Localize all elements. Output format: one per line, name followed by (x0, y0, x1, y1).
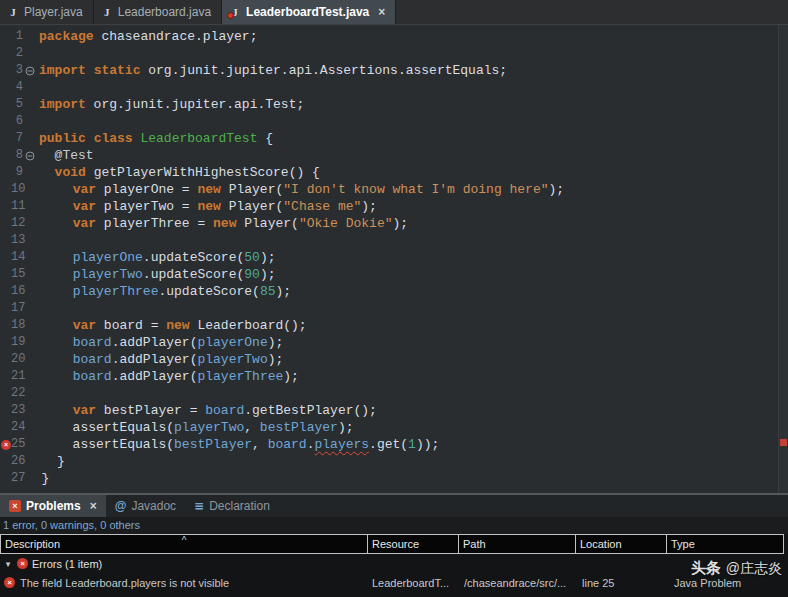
code-line-15[interactable]: 15 playerTwo.updateScore(90); (0, 266, 788, 283)
line-number: 23 (11, 402, 25, 419)
token-num: 50 (244, 250, 260, 265)
code-line-4[interactable]: 4 (0, 79, 788, 96)
java-file-icon: J (7, 6, 19, 18)
overview-ruler[interactable] (778, 25, 788, 493)
view-tab-bar: ×Problems×@Javadoc≡Declaration (0, 495, 788, 517)
token-pln (41, 318, 72, 333)
code-line-11[interactable]: 11 var playerTwo = new Player("Chase me"… (0, 198, 788, 215)
gutter-spacer (1, 117, 11, 127)
token-pln: org.junit.jupiter.api.Assertions.assertE… (140, 63, 507, 78)
code-text: playerThree.updateScore(85); (41, 283, 291, 300)
code-line-24[interactable]: 24 assertEquals(playerTwo, bestPlayer); (0, 419, 788, 436)
code-line-2[interactable]: 2 (0, 45, 788, 62)
token-pln (41, 352, 72, 367)
panel-tab-javadoc[interactable]: @Javadoc (106, 495, 185, 517)
column-header-type[interactable]: Type (666, 534, 784, 554)
code-line-14[interactable]: 14 playerOne.updateScore(50); (0, 249, 788, 266)
fold-spacer (25, 283, 39, 300)
code-line-20[interactable]: 20 board.addPlayer(playerTwo); (0, 351, 788, 368)
code-line-27[interactable]: 27} (0, 470, 788, 487)
gutter-spacer (1, 355, 11, 365)
panel-tab-problems[interactable]: ×Problems× (0, 495, 106, 517)
editor-tab-leaderboard-java[interactable]: JLeaderboard.java (94, 0, 222, 24)
code-line-10[interactable]: 10 var playerOne = new Player("I don't k… (0, 181, 788, 198)
code-line-5[interactable]: 5import org.junit.jupiter.api.Test; (0, 96, 788, 113)
code-line-22[interactable]: 22 (0, 385, 788, 402)
gutter: 3 (0, 62, 37, 79)
problem-row[interactable]: × The field Leaderboard.players is not v… (0, 573, 788, 592)
fold-spacer (25, 334, 39, 351)
line-number: 2 (11, 45, 23, 62)
code-line-6[interactable]: 6 (0, 113, 788, 130)
fold-spacer (25, 249, 39, 266)
tab-label: Declaration (209, 499, 270, 513)
chevron-down-icon[interactable]: ▾ (3, 559, 13, 569)
fold-spacer (25, 470, 39, 487)
token-var: bestPlayer (260, 420, 338, 435)
token-pln: Player( (221, 182, 283, 197)
close-icon[interactable]: × (90, 500, 97, 512)
close-icon[interactable]: × (378, 6, 385, 18)
code-text: @Test (39, 147, 94, 164)
code-line-9[interactable]: 9 void getPlayerWithHighestScore() { (0, 164, 788, 181)
error-tick-marker[interactable] (780, 439, 787, 446)
code-line-8[interactable]: 8 @Test (0, 147, 788, 164)
editor-tab-bar: JPlayer.javaJLeaderboard.javaJLeaderboar… (0, 0, 788, 25)
code-line-26[interactable]: 26 } (0, 453, 788, 470)
line-number: 9 (11, 164, 23, 181)
gutter: 19 (0, 334, 39, 351)
line-number: 4 (11, 79, 23, 96)
code-editor[interactable]: 1package chaseandrace.player;23import st… (0, 25, 788, 493)
problems-view: ×Problems×@Javadoc≡Declaration 1 error, … (0, 493, 788, 597)
token-pln: ); (268, 335, 284, 350)
code-line-18[interactable]: 18 var board = new Leaderboard(); (0, 317, 788, 334)
fold-collapse-icon[interactable] (23, 62, 37, 79)
token-kw: var (73, 318, 96, 333)
code-line-21[interactable]: 21 board.addPlayer(playerThree); (0, 368, 788, 385)
gutter-spacer (1, 270, 11, 280)
code-line-19[interactable]: 19 board.addPlayer(playerOne); (0, 334, 788, 351)
problems-group-row-errors[interactable]: ▾ × Errors (1 item) (0, 554, 788, 573)
problem-type: Java Problem (670, 577, 788, 589)
fold-spacer (25, 351, 39, 368)
token-pln: ); (393, 216, 409, 231)
panel-tab-declaration[interactable]: ≡Declaration (185, 495, 279, 517)
code-line-3[interactable]: 3import static org.junit.jupiter.api.Ass… (0, 62, 788, 79)
token-kw: var (73, 199, 96, 214)
token-pln: .updateScore( (143, 267, 244, 282)
gutter-spacer (1, 287, 11, 297)
column-header-description[interactable]: Description^ (0, 534, 368, 554)
java-file-icon: J (229, 6, 241, 18)
code-text: void getPlayerWithHighestScore() { (39, 164, 320, 181)
code-line-25[interactable]: ×25 assertEquals(bestPlayer, board.playe… (0, 436, 788, 453)
token-kw: new (213, 216, 236, 231)
token-pln: } (41, 454, 64, 469)
editor-tab-player-java[interactable]: JPlayer.java (0, 0, 94, 24)
error-marker-icon: × (1, 440, 11, 450)
code-line-16[interactable]: 16 playerThree.updateScore(85); (0, 283, 788, 300)
code-line-23[interactable]: 23 var bestPlayer = board.getBestPlayer(… (0, 402, 788, 419)
column-header-path[interactable]: Path (458, 534, 576, 554)
code-line-13[interactable]: 13 (0, 232, 788, 249)
code-line-7[interactable]: 7public class LeaderboardTest { (0, 130, 788, 147)
token-pln: org.junit.jupiter.api.Test; (86, 97, 304, 112)
line-number: 1 (11, 28, 23, 45)
fold-collapse-icon[interactable] (23, 147, 37, 164)
column-header-resource[interactable]: Resource (367, 534, 459, 554)
token-pln: getPlayerWithHighestScore() { (86, 165, 320, 180)
watermark-handle: @庄志炎 (726, 560, 782, 578)
code-line-12[interactable]: 12 var playerThree = new Player("Okie Do… (0, 215, 788, 232)
code-line-17[interactable]: 17 (0, 300, 788, 317)
gutter: 6 (0, 113, 37, 130)
code-text: var board = new Leaderboard(); (41, 317, 306, 334)
line-number: 8 (11, 147, 23, 164)
token-pln: ); (268, 352, 284, 367)
token-pln (41, 335, 72, 350)
code-text: board.addPlayer(playerOne); (41, 334, 283, 351)
column-header-location[interactable]: Location (575, 534, 667, 554)
token-pln: ); (338, 420, 354, 435)
code-line-1[interactable]: 1package chaseandrace.player; (0, 28, 788, 45)
editor-tab-leaderboardtest-java[interactable]: JLeaderboardTest.java× (222, 0, 396, 24)
token-kw: import (39, 97, 86, 112)
tab-label: Problems (26, 499, 81, 513)
